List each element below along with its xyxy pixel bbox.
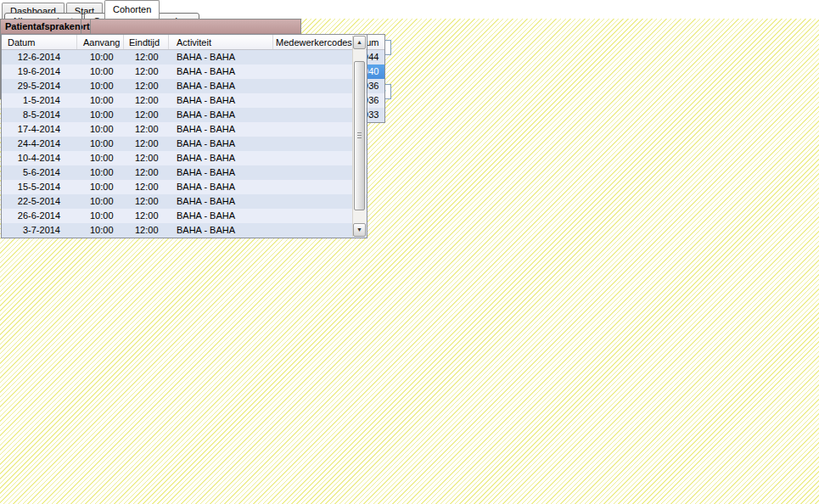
cell-eindtijd: 12:00: [124, 93, 169, 108]
scrollbar-thumb[interactable]: [354, 61, 365, 210]
cell-activiteit: BAHA - BAHA: [169, 108, 273, 122]
cell-datum: 8-5-2014: [2, 108, 77, 122]
cell-eindtijd: 12:00: [124, 108, 169, 122]
cell-datum: 1-5-2014: [2, 93, 77, 108]
cell-medewerkercodes: [273, 50, 352, 64]
cell-aanvang: 10:00: [77, 151, 124, 165]
cell-medewerkercodes: [273, 165, 352, 180]
cell-aanvang: 10:00: [77, 50, 124, 64]
cell-aanvang: 10:00: [77, 180, 124, 194]
cell-activiteit: BAHA - BAHA: [169, 122, 273, 137]
cell-aanvang: 10:00: [77, 108, 124, 122]
cell-datum: 12-6-2014: [2, 50, 77, 64]
cell-medewerkercodes: [273, 137, 352, 151]
cell-datum: 29-5-2014: [2, 79, 77, 93]
cell-activiteit: BAHA - BAHA: [169, 64, 273, 79]
table-row[interactable]: 22-5-201410:0012:00BAHA - BAHA: [2, 194, 367, 209]
cell-medewerkercodes: [273, 209, 352, 223]
afspraken-table-body: 12-6-201410:0012:00BAHA - BAHA19-6-20141…: [2, 50, 367, 238]
cell-eindtijd: 12:00: [124, 180, 169, 194]
cell-aanvang: 10:00: [77, 93, 124, 108]
cell-datum: 10-4-2014: [2, 151, 77, 165]
table-row[interactable]: 17-4-201410:0012:00BAHA - BAHA: [2, 122, 367, 137]
cell-activiteit: BAHA - BAHA: [169, 194, 273, 209]
cell-datum: 15-5-2014: [2, 180, 77, 194]
cell-aanvang: 10:00: [77, 122, 124, 137]
table-header-row: Datum Aanvang Eindtijd Activiteit Medewe…: [2, 35, 367, 50]
cell-datum: 22-5-2014: [2, 194, 77, 209]
cell-activiteit: BAHA - BAHA: [169, 209, 273, 223]
cell-medewerkercodes: [273, 64, 352, 79]
table-row[interactable]: 8-5-201410:0012:00BAHA - BAHA: [2, 108, 367, 122]
tab-cohorten[interactable]: Cohorten: [104, 0, 160, 19]
cell-aanvang: 10:00: [77, 64, 124, 79]
workspace-background: Cohorten Omschrijving Groepsgrootte Mijn…: [0, 19, 819, 504]
panel-patientafspraken: Patientafspraken Datum Aanvang Eindtijd …: [0, 19, 81, 35]
cell-activiteit: BAHA - BAHA: [169, 180, 273, 194]
cell-datum: 19-6-2014: [2, 64, 77, 79]
application-window: DashboardStartCohorten Cohorten Omschrij…: [0, 0, 819, 504]
cell-datum: 26-6-2014: [2, 209, 77, 223]
cell-eindtijd: 12:00: [124, 122, 169, 137]
column-header-eindtijd[interactable]: Eindtijd: [124, 35, 169, 49]
cell-eindtijd: 12:00: [124, 223, 169, 238]
column-header-aanvang[interactable]: Aanvang: [77, 35, 124, 49]
table-row[interactable]: 10-4-201410:0012:00BAHA - BAHA: [2, 151, 367, 165]
cell-medewerkercodes: [273, 93, 352, 108]
cell-medewerkercodes: [273, 79, 352, 93]
cell-eindtijd: 12:00: [124, 137, 169, 151]
scrollbar-grip: [357, 132, 362, 139]
cell-aanvang: 10:00: [77, 165, 124, 180]
cell-activiteit: BAHA - BAHA: [169, 151, 273, 165]
cell-aanvang: 10:00: [77, 209, 124, 223]
cell-aanvang: 10:00: [77, 223, 124, 238]
cell-datum: 24-4-2014: [2, 137, 77, 151]
cell-eindtijd: 12:00: [124, 194, 169, 209]
table-row[interactable]: 24-4-201410:0012:00BAHA - BAHA: [2, 137, 367, 151]
table-row[interactable]: 12-6-201410:0012:00BAHA - BAHA: [2, 50, 367, 64]
table-row[interactable]: 3-7-201410:0012:00BAHA - BAHA: [2, 223, 367, 238]
cell-eindtijd: 12:00: [124, 165, 169, 180]
table-row[interactable]: 26-6-201410:0012:00BAHA - BAHA: [2, 209, 367, 223]
cell-activiteit: BAHA - BAHA: [169, 79, 273, 93]
afspraken-table: Datum Aanvang Eindtijd Activiteit Medewe…: [1, 34, 367, 238]
cell-aanvang: 10:00: [77, 194, 124, 209]
arrow-up-icon[interactable]: ▲: [353, 36, 366, 49]
cell-medewerkercodes: [273, 194, 352, 209]
column-header-datum[interactable]: Datum: [2, 35, 77, 49]
cell-datum: 3-7-2014: [2, 223, 77, 238]
cell-activiteit: BAHA - BAHA: [169, 223, 273, 238]
cell-medewerkercodes: [273, 180, 352, 194]
cell-eindtijd: 12:00: [124, 209, 169, 223]
cell-medewerkercodes: [273, 122, 352, 137]
panel-title: Patientafspraken: [1, 20, 81, 34]
table-row[interactable]: 1-5-201410:0012:00BAHA - BAHA: [2, 93, 367, 108]
cell-eindtijd: 12:00: [124, 151, 169, 165]
cell-datum: 5-6-2014: [2, 165, 77, 180]
table-row[interactable]: 5-6-201410:0012:00BAHA - BAHA: [2, 165, 367, 180]
cell-activiteit: BAHA - BAHA: [169, 93, 273, 108]
table-row[interactable]: 19-6-201410:0012:00BAHA - BAHA: [2, 64, 367, 79]
cell-eindtijd: 12:00: [124, 50, 169, 64]
column-header-medewerkercodes[interactable]: Medewerkercodes: [273, 35, 352, 49]
cell-activiteit: BAHA - BAHA: [169, 137, 273, 151]
vertical-scrollbar[interactable]: ▲ ▼: [352, 36, 366, 237]
cell-eindtijd: 12:00: [124, 64, 169, 79]
table-row[interactable]: 29-5-201410:0012:00BAHA - BAHA: [2, 79, 367, 93]
cell-medewerkercodes: [273, 223, 352, 238]
cell-aanvang: 10:00: [77, 137, 124, 151]
cell-datum: 17-4-2014: [2, 122, 77, 137]
table-row[interactable]: 15-5-201410:0012:00BAHA - BAHA: [2, 180, 367, 194]
cell-medewerkercodes: [273, 108, 352, 122]
cell-activiteit: BAHA - BAHA: [169, 165, 273, 180]
cell-medewerkercodes: [273, 151, 352, 165]
arrow-down-icon[interactable]: ▼: [353, 223, 366, 237]
cell-eindtijd: 12:00: [124, 79, 169, 93]
tab-bar: DashboardStartCohorten: [0, 0, 819, 19]
cell-aanvang: 10:00: [77, 79, 124, 93]
cell-activiteit: BAHA - BAHA: [169, 50, 273, 64]
column-header-activiteit[interactable]: Activiteit: [169, 35, 273, 49]
